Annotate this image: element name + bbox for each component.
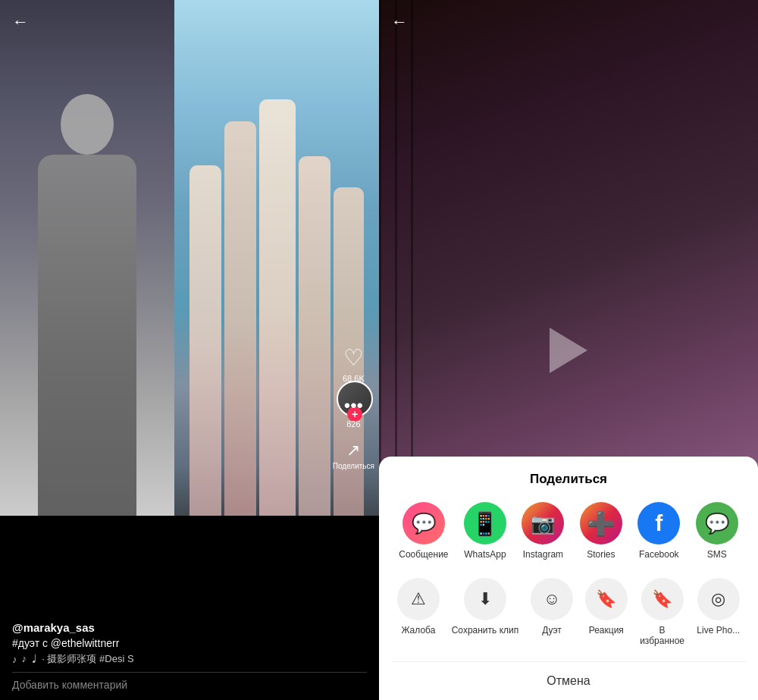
whatsapp-label: WhatsApp — [464, 549, 506, 560]
hashtag[interactable]: #дуэт с @ethelwittnerr — [12, 637, 367, 649]
comment-button[interactable]: ••• 826 — [344, 395, 363, 428]
share-stories[interactable]: ➕ Stories — [580, 502, 622, 560]
music-info: ♪ ♪ ♩ · 摄影师张项 #Desi S — [12, 652, 367, 666]
action-save-clip[interactable]: ⬇ Сохранить клип — [452, 578, 519, 646]
reaction-icon: 🔖 — [585, 578, 628, 620]
music-text: ♪ ♩ · 摄影师张项 #Desi S — [22, 652, 134, 666]
share-modal: Поделиться 💬 Сообщение 📱 WhatsApp 📷 Inst… — [379, 457, 758, 700]
report-icon: ⚠ — [397, 578, 440, 620]
right-back-button[interactable]: ← — [391, 12, 408, 32]
sms-label: SMS — [707, 549, 727, 560]
instagram-label: Instagram — [523, 549, 563, 560]
share-sms[interactable]: 💬 SMS — [696, 502, 738, 560]
stories-icon: ➕ — [580, 502, 622, 545]
left-video-2[interactable]: + ♡ 68.6K ••• 826 ↗ Поделиться — [174, 0, 379, 516]
play-button[interactable] — [550, 328, 587, 373]
share-modal-overlay: Поделиться 💬 Сообщение 📱 WhatsApp 📷 Inst… — [379, 457, 758, 700]
action-duet[interactable]: ☺ Дуэт — [531, 578, 573, 646]
left-video-info: @marakya_sas #дуэт с @ethelwittnerr ♪ ♪ … — [0, 614, 379, 700]
message-icon: 💬 — [402, 502, 445, 545]
secondary-actions-row: ⚠ Жалоба ⬇ Сохранить клип ☺ Дуэт 🔖 Реакц… — [391, 578, 746, 646]
share-button[interactable]: ↗ Поделиться — [333, 441, 374, 470]
whatsapp-icon: 📱 — [464, 502, 506, 545]
comment-count: 826 — [346, 419, 360, 428]
action-reaction[interactable]: 🔖 Реакция — [585, 578, 628, 646]
username[interactable]: @marakya_sas — [12, 621, 367, 634]
share-modal-title: Поделиться — [391, 472, 746, 487]
save-clip-icon: ⬇ — [464, 578, 506, 620]
left-video-1[interactable] — [0, 0, 174, 516]
message-label: Сообщение — [399, 549, 448, 560]
reaction-label: Реакция — [589, 625, 624, 636]
stories-label: Stories — [587, 549, 615, 560]
add-comment[interactable]: Добавить комментарий — [12, 672, 367, 691]
right-panel: ← + ♡ 5752 Поделиться 💬 Сообщение — [379, 0, 758, 700]
facebook-label: Facebook — [639, 549, 679, 560]
live-photo-icon: ◎ — [697, 578, 740, 620]
left-video-area: + ♡ 68.6K ••• 826 ↗ Поделиться — [0, 0, 379, 614]
action-report[interactable]: ⚠ Жалоба — [397, 578, 440, 646]
like-button[interactable]: ♡ 68.6K — [343, 344, 365, 383]
report-label: Жалоба — [401, 625, 435, 636]
save-clip-label: Сохранить клип — [452, 625, 519, 636]
left-panel: ← + — [0, 0, 379, 700]
left-back-button[interactable]: ← — [12, 12, 29, 32]
music-note: ♪ — [12, 654, 17, 665]
share-whatsapp[interactable]: 📱 WhatsApp — [464, 502, 506, 560]
share-apps-row: 💬 Сообщение 📱 WhatsApp 📷 Instagram ➕ Sto… — [391, 502, 746, 560]
duet-icon: ☺ — [531, 578, 573, 620]
live-photo-label: Live Pho... — [697, 625, 740, 636]
share-message[interactable]: 💬 Сообщение — [399, 502, 448, 560]
sms-icon: 💬 — [696, 502, 738, 545]
favorites-icon: 🔖 — [641, 578, 684, 620]
like-count: 68.6K — [343, 374, 365, 383]
action-live-photo[interactable]: ◎ Live Pho... — [697, 578, 740, 646]
favorites-label: В избранное — [640, 625, 685, 646]
duet-label: Дуэт — [542, 625, 562, 636]
action-favorites[interactable]: 🔖 В избранное — [640, 578, 685, 646]
share-label: Поделиться — [333, 462, 374, 470]
facebook-icon: f — [637, 502, 680, 545]
share-facebook[interactable]: f Facebook — [637, 502, 680, 560]
share-instagram[interactable]: 📷 Instagram — [522, 502, 564, 560]
cancel-button[interactable]: Отмена — [391, 661, 746, 700]
instagram-icon: 📷 — [522, 502, 564, 545]
